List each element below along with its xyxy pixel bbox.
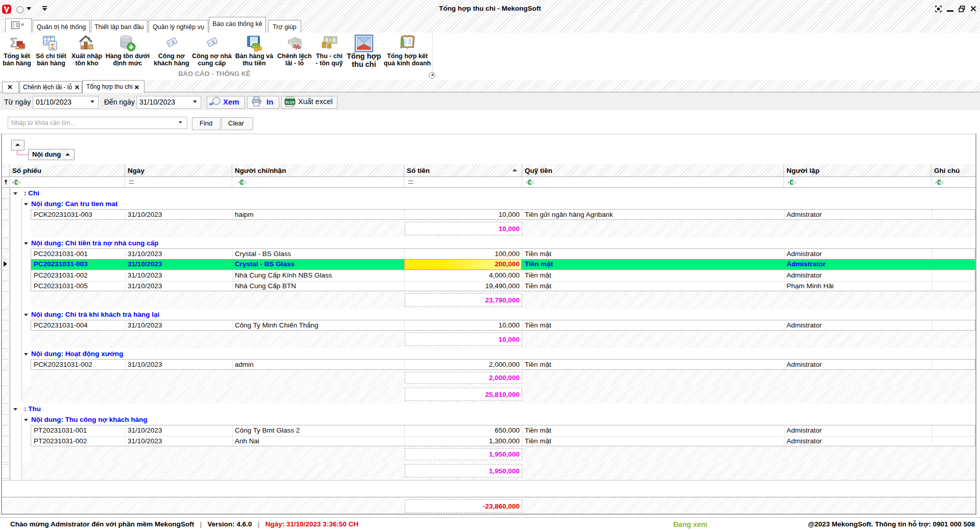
svg-text:XLSX: XLSX <box>285 100 295 104</box>
svg-text:Σ: Σ <box>51 42 55 51</box>
